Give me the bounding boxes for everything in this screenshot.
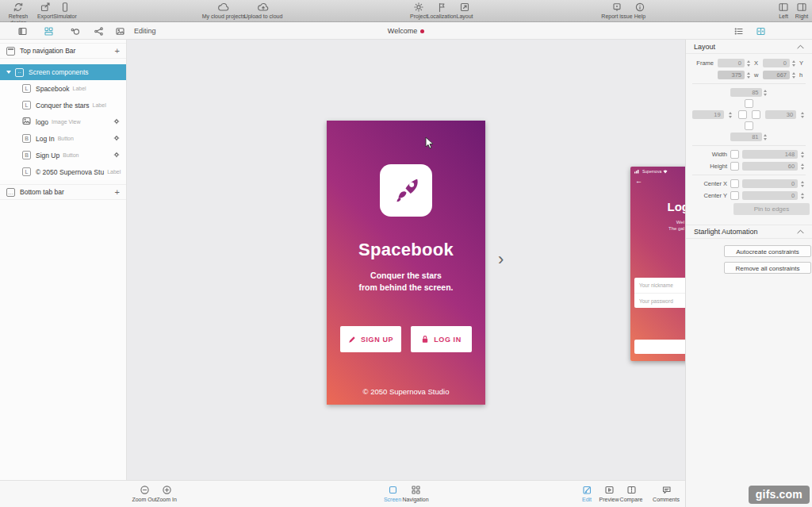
- log-in-button[interactable]: LOG IN: [411, 326, 472, 352]
- stepper[interactable]: [764, 90, 768, 96]
- autocreate-constraints-button[interactable]: Autocreate constraints: [724, 245, 811, 257]
- assets-view-button[interactable]: [115, 25, 125, 40]
- stepper[interactable]: [729, 112, 733, 118]
- layer-name: © 2050 Supernova Stu: [36, 168, 104, 176]
- axis-y-label: Y: [799, 60, 806, 67]
- inspector-panel: Layout Frame 0 X 0 Y 375 w 667 h: [685, 40, 812, 507]
- gifs-watermark: gifs.com: [749, 486, 810, 504]
- frame-w-input[interactable]: 375: [718, 71, 745, 79]
- center-y-input[interactable]: 0: [742, 191, 798, 200]
- layer-item-conquer-the-stars[interactable]: L Conquer the stars Label: [0, 97, 126, 113]
- width-row: Width 148: [692, 150, 806, 159]
- remove-all-constraints-button[interactable]: Remove all constraints: [724, 262, 811, 274]
- toggle-right-panel-button[interactable]: Right: [791, 2, 812, 20]
- tagline-line1: Conquer the stars: [327, 270, 485, 282]
- automation-section-header[interactable]: Starlight Automation: [686, 225, 812, 239]
- design-canvas[interactable]: Spacebook Conquer the stars from behind …: [127, 40, 685, 480]
- width-checkbox[interactable]: [730, 150, 739, 159]
- frame-x-input[interactable]: 0: [718, 59, 745, 67]
- layer-type: Button: [58, 136, 74, 141]
- upload-to-cloud-button[interactable]: Upload to cloud: [240, 2, 286, 20]
- frame-y-input[interactable]: 0: [763, 59, 790, 67]
- chevron-up-icon[interactable]: [797, 229, 804, 234]
- components-view-button[interactable]: [44, 25, 54, 40]
- app-logo[interactable]: [380, 164, 432, 217]
- toolbar-label: Help: [634, 13, 645, 19]
- login-screen-artboard[interactable]: Supernova ← Log In Wel The gal Your nick…: [630, 167, 685, 361]
- stepper[interactable]: [801, 112, 806, 118]
- pin-bottom-checkbox[interactable]: [745, 121, 753, 130]
- layout-button[interactable]: Layout: [447, 2, 482, 20]
- toolbar-label: Upload to cloud: [244, 13, 283, 19]
- stepper[interactable]: [801, 193, 806, 199]
- layer-item-logo[interactable]: logo Image View: [0, 113, 126, 130]
- add-button[interactable]: +: [115, 188, 120, 197]
- nickname-field[interactable]: Your nickname: [634, 278, 685, 293]
- pin-top-input[interactable]: 85: [730, 88, 762, 97]
- sign-up-button[interactable]: SIGN UP: [340, 326, 401, 352]
- stepper[interactable]: [747, 60, 752, 67]
- pin-right-checkbox[interactable]: [752, 110, 760, 119]
- layer-item-copyright[interactable]: L © 2050 Supernova Stu Label: [0, 163, 126, 180]
- pin-to-edges-button[interactable]: Pin to edges: [733, 203, 810, 215]
- stepper[interactable]: [764, 134, 768, 140]
- pin-top-checkbox[interactable]: [745, 99, 753, 108]
- password-field[interactable]: Your password: [634, 293, 685, 308]
- styles-view-button[interactable]: [70, 25, 80, 40]
- simulator-button[interactable]: Simulator: [49, 2, 81, 20]
- pin-bottom-input[interactable]: 81: [730, 133, 762, 141]
- sidebar-group-screen-components[interactable]: ·· Screen components: [0, 64, 126, 80]
- panels-view-button[interactable]: [756, 25, 766, 40]
- center-x-checkbox[interactable]: [730, 179, 739, 188]
- center-y-checkbox[interactable]: [730, 191, 739, 200]
- height-input[interactable]: 60: [742, 162, 798, 171]
- stepper[interactable]: [792, 60, 797, 67]
- layer-item-sign-up[interactable]: B Sign Up Button: [0, 147, 126, 163]
- stepper[interactable]: [792, 72, 797, 79]
- styles-icon: [70, 26, 80, 36]
- sidebar-group-top-navigation-bar[interactable]: Top navigation Bar +: [0, 43, 126, 59]
- stepper[interactable]: [801, 181, 806, 187]
- tab-welcome[interactable]: Welcome: [358, 27, 454, 35]
- frame-h-input[interactable]: 667: [763, 71, 790, 79]
- comments-icon: [661, 485, 672, 495]
- navigation-mode-button[interactable]: Navigation: [394, 485, 437, 503]
- layout-section-header[interactable]: Layout: [686, 40, 812, 54]
- login-screen-title: Log In: [630, 200, 685, 213]
- disclosure-triangle-icon[interactable]: [6, 71, 11, 74]
- zoom-in-button[interactable]: Zoom In: [149, 485, 184, 503]
- stepper[interactable]: [801, 152, 806, 158]
- connections-view-button[interactable]: [94, 25, 104, 40]
- add-button[interactable]: +: [115, 47, 120, 56]
- layer-settings-gear-icon[interactable]: [113, 135, 120, 143]
- layer-settings-gear-icon[interactable]: [113, 152, 120, 159]
- pin-left-checkbox[interactable]: [738, 110, 747, 119]
- login-screen-button[interactable]: [634, 340, 685, 354]
- sidebar-group-bottom-tab-bar[interactable]: Bottom tab bar +: [0, 184, 126, 200]
- pin-right-input[interactable]: 30: [765, 110, 797, 119]
- stepper[interactable]: [801, 163, 806, 170]
- tab-editing[interactable]: Editing: [134, 27, 156, 35]
- toolbar-label: Right: [795, 13, 808, 19]
- compare-mode-button[interactable]: Compare: [614, 485, 649, 503]
- width-input[interactable]: 148: [742, 150, 798, 159]
- image-icon: [115, 26, 125, 36]
- stepper[interactable]: [747, 72, 752, 79]
- welcome-screen-artboard[interactable]: Spacebook Conquer the stars from behind …: [327, 121, 485, 405]
- layer-item-log-in[interactable]: B Log In Button: [0, 130, 126, 147]
- back-arrow-icon[interactable]: ←: [635, 177, 642, 185]
- lock-icon: [421, 335, 429, 344]
- height-checkbox[interactable]: [730, 162, 739, 171]
- list-view-button[interactable]: [733, 25, 744, 40]
- layer-settings-gear-icon[interactable]: [113, 118, 120, 126]
- layer-item-spacebook[interactable]: L Spacebook Label: [0, 80, 126, 97]
- pin-left-input[interactable]: 19: [692, 110, 724, 119]
- cloud-icon: [217, 2, 230, 13]
- comments-button[interactable]: Comments: [647, 485, 685, 503]
- center-x-input[interactable]: 0: [742, 179, 798, 188]
- next-screen-chevron-icon[interactable]: ›: [498, 249, 504, 270]
- help-button[interactable]: Help: [629, 2, 651, 20]
- chevron-up-icon[interactable]: [797, 44, 804, 49]
- report-issue-icon: [611, 2, 622, 13]
- layers-view-button[interactable]: [17, 25, 28, 40]
